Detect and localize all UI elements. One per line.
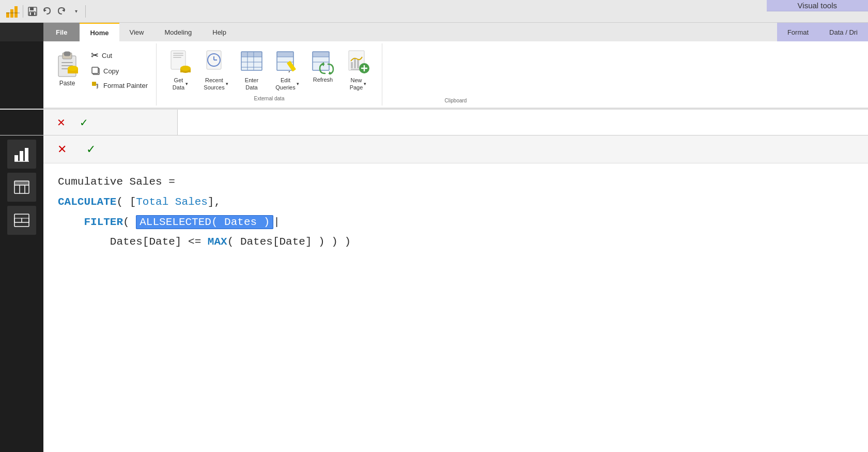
formula-content[interactable] — [178, 110, 868, 135]
paste-label: Paste — [59, 80, 75, 87]
new-page-label: NewPage — [350, 77, 363, 92]
svg-rect-72 — [22, 218, 29, 222]
undo-button[interactable] — [40, 4, 54, 19]
ribbon-tabs: File Home View Modeling Help Format Data… — [0, 23, 868, 41]
tab-modeling[interactable]: Modeling — [154, 23, 202, 41]
title-bar: ▾ — [0, 0, 868, 23]
edit-queries-button[interactable]: EditQueries ▾ — [271, 46, 303, 94]
svg-rect-54 — [351, 62, 353, 68]
get-data-arrow: ▾ — [185, 81, 188, 86]
visual-tools-text: Visual tools — [798, 1, 837, 10]
svg-point-18 — [68, 66, 78, 71]
code-line-3: FILTER( ALLSELECTED( Dates )| — [58, 213, 854, 232]
copy-label: Copy — [103, 67, 119, 75]
edit-queries-arrow: ▾ — [297, 81, 299, 86]
left-sidebar — [0, 135, 43, 452]
recent-sources-arrow: ▾ — [226, 81, 228, 86]
svg-rect-25 — [173, 55, 183, 56]
svg-rect-61 — [14, 155, 18, 161]
svg-rect-24 — [173, 53, 183, 54]
save-button[interactable] — [25, 4, 40, 19]
tab-help[interactable]: Help — [202, 23, 237, 41]
sidebar-icon-bar-chart[interactable] — [7, 140, 36, 169]
code-line-4: Dates[Date] <= MAX( Dates[Date] ) ) ) — [58, 233, 854, 252]
recent-sources-label: RecentSources — [204, 77, 224, 92]
svg-rect-13 — [61, 62, 73, 63]
app-icon — [4, 3, 21, 20]
svg-rect-12 — [64, 52, 70, 56]
tab-file[interactable]: File — [43, 23, 80, 41]
svg-rect-3 — [6, 12, 20, 13]
paste-button[interactable]: Paste — [50, 46, 85, 103]
svg-point-29 — [180, 66, 191, 71]
svg-rect-62 — [20, 151, 23, 161]
svg-marker-9 — [62, 9, 65, 12]
tab-format[interactable]: Format — [777, 23, 819, 41]
enter-data-label: EnterData — [245, 77, 258, 92]
svg-rect-69 — [14, 181, 29, 185]
refresh-label: Refresh — [313, 77, 333, 83]
svg-rect-5 — [30, 7, 34, 10]
svg-marker-46 — [288, 71, 290, 73]
code-line-1: Cumulative Sales = — [58, 173, 854, 192]
svg-rect-71 — [14, 218, 22, 222]
svg-rect-7 — [31, 12, 34, 15]
formula-confirm-button[interactable]: ✓ — [74, 113, 93, 132]
cut-label: Cut — [102, 52, 112, 59]
svg-rect-26 — [173, 57, 181, 58]
formula-bar: ✕ ✓ — [0, 110, 868, 135]
recent-sources-button[interactable]: RecentSources ▾ — [200, 46, 232, 94]
cut-button[interactable]: ✂ Cut — [89, 49, 150, 62]
new-page-button[interactable]: NewPage ▾ — [343, 46, 374, 94]
inline-cancel-button[interactable]: ✕ — [52, 139, 72, 160]
external-data-group: GetData ▾ — [157, 43, 382, 106]
main-content: ✕ ✓ Cumulative Sales = CALCULATE( [Total… — [0, 135, 868, 452]
external-data-group-label: External data — [157, 93, 382, 102]
tab-data-dril[interactable]: Data / Dri — [819, 23, 868, 41]
tab-home[interactable]: Home — [80, 23, 119, 41]
copy-button[interactable]: Copy — [89, 65, 150, 77]
new-page-arrow: ▾ — [364, 81, 366, 86]
svg-rect-20 — [92, 67, 98, 73]
sidebar-icon-data[interactable] — [7, 206, 36, 235]
cut-icon: ✂ — [91, 50, 99, 61]
format-painter-label: Format Painter — [103, 82, 148, 89]
enter-data-button[interactable]: EnterData — [236, 46, 267, 94]
clipboard-sub: ✂ Cut Copy — [89, 46, 150, 103]
svg-rect-40 — [241, 52, 262, 57]
svg-rect-55 — [354, 59, 356, 68]
code-editor-area[interactable]: ✕ ✓ Cumulative Sales = CALCULATE( [Total… — [43, 135, 868, 452]
format-painter-button[interactable]: Format Painter — [89, 80, 150, 91]
sidebar-icon-table[interactable] — [7, 173, 36, 202]
formula-cancel-button[interactable]: ✕ — [52, 113, 70, 132]
svg-rect-21 — [92, 82, 96, 86]
svg-rect-44 — [277, 52, 293, 57]
copy-icon — [91, 66, 100, 76]
svg-rect-56 — [357, 60, 359, 68]
svg-rect-2 — [14, 6, 18, 18]
dax-code[interactable]: Cumulative Sales = CALCULATE( [Total Sal… — [43, 163, 868, 452]
formula-buttons: ✕ ✓ — [43, 110, 178, 135]
get-data-button[interactable]: GetData ▾ — [165, 46, 196, 94]
redo-button[interactable] — [54, 4, 69, 19]
svg-rect-50 — [313, 52, 329, 57]
visual-tools-label: Visual tools — [767, 0, 868, 11]
quick-access-dropdown[interactable]: ▾ — [69, 4, 83, 19]
separator-1 — [23, 5, 23, 18]
tab-view[interactable]: View — [119, 23, 154, 41]
clipboard-group: Paste ✂ Cut Copy — [43, 43, 157, 106]
inline-confirm-button[interactable]: ✓ — [81, 139, 101, 160]
svg-rect-63 — [25, 148, 28, 161]
edit-queries-label: EditQueries — [275, 77, 296, 92]
separator-2 — [85, 5, 86, 18]
get-data-label: GetData — [173, 77, 184, 92]
format-painter-icon — [91, 81, 100, 90]
code-line-2: CALCULATE( [Total Sales], — [58, 193, 854, 212]
ribbon: Paste ✂ Cut Copy — [43, 41, 868, 109]
refresh-button[interactable]: Refresh — [307, 46, 338, 85]
svg-marker-8 — [44, 9, 47, 12]
